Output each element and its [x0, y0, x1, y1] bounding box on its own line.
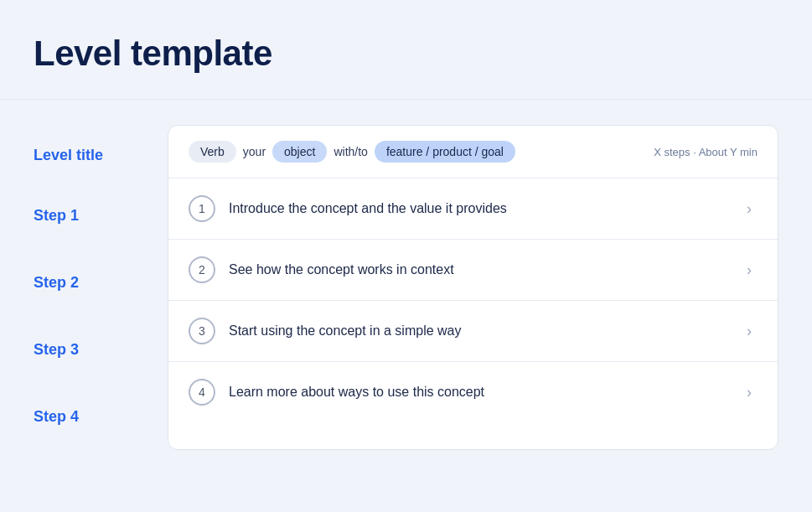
chip-with-to: with/to: [334, 145, 367, 158]
chip-your: your: [243, 145, 266, 158]
step-number-1: 1: [189, 195, 215, 222]
step-number-3: 3: [189, 318, 215, 344]
level-title-label: Level title: [34, 125, 168, 182]
level-title-row: Verb your object with/to feature / produ…: [168, 126, 778, 178]
sidebar-step-2-label: Step 2: [34, 249, 168, 316]
sidebar-labels: Level title Step 1 Step 2 Step 3 Step 4: [34, 125, 168, 450]
chevron-right-icon-2: ›: [741, 261, 758, 278]
step-row-1[interactable]: 1 Introduce the concept and the value it…: [168, 178, 778, 240]
page-content: Level title Step 1 Step 2 Step 3 Step 4 …: [0, 100, 812, 475]
chevron-right-icon-1: ›: [741, 200, 758, 217]
step-row-4[interactable]: 4 Learn more about ways to use this conc…: [168, 362, 778, 422]
step-text-2: See how the concept works in context: [229, 262, 734, 277]
chip-feature: feature / product / goal: [375, 141, 515, 163]
title-chips: Verb your object with/to feature / produ…: [189, 141, 515, 163]
chevron-right-icon-3: ›: [741, 323, 758, 339]
chip-verb: Verb: [189, 141, 236, 163]
main-card: Verb your object with/to feature / produ…: [168, 125, 778, 450]
step-number-4: 4: [189, 379, 215, 406]
sidebar-step-1-label: Step 1: [34, 182, 168, 249]
step-text-3: Start using the concept in a simple way: [229, 323, 734, 339]
step-text-4: Learn more about ways to use this concep…: [229, 385, 734, 400]
page-title: Level template: [34, 34, 778, 74]
sidebar-step-3-label: Step 3: [34, 316, 168, 383]
chevron-right-icon-4: ›: [741, 384, 758, 401]
chip-object: object: [272, 141, 327, 163]
page-header: Level template: [0, 0, 812, 100]
step-text-1: Introduce the concept and the value it p…: [229, 201, 734, 216]
sidebar-step-4-label: Step 4: [34, 383, 168, 450]
step-row-2[interactable]: 2 See how the concept works in context ›: [168, 240, 778, 301]
step-row-3[interactable]: 3 Start using the concept in a simple wa…: [168, 301, 778, 362]
layout: Level title Step 1 Step 2 Step 3 Step 4 …: [34, 125, 778, 450]
step-number-2: 2: [189, 256, 215, 283]
meta-info: X steps · About Y min: [654, 146, 758, 158]
